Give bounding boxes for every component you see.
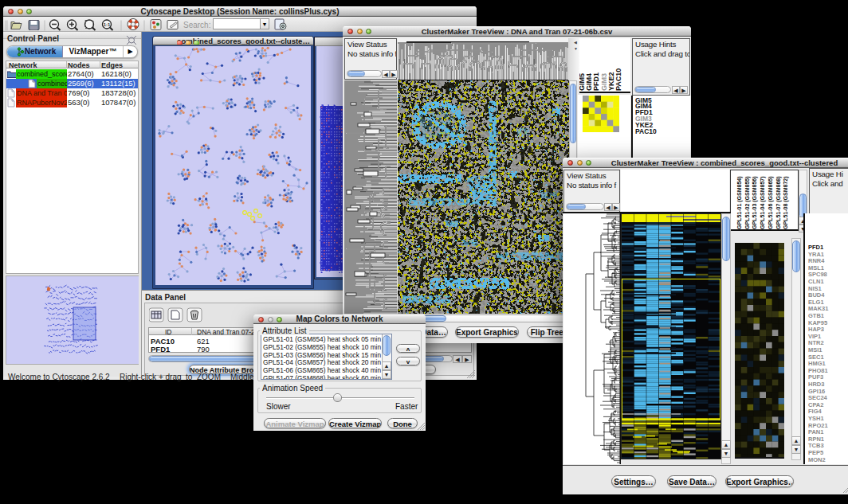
svg-text:GPL51-08 (GSM872): GPL51-08 (GSM872) xyxy=(783,176,789,229)
svg-text:GPL51-02 (GSM855): GPL51-02 (GSM855) xyxy=(744,176,751,229)
svg-text:PAC10: PAC10 xyxy=(614,68,622,91)
svg-text:1:1: 1:1 xyxy=(104,22,111,27)
svg-text:GPL51-04 (GSM857): GPL51-04 (GSM857) xyxy=(760,176,766,229)
svg-text:GPL51-01 (GSM854): GPL51-01 (GSM854) xyxy=(736,176,743,229)
svg-text:Search:: Search: xyxy=(183,21,210,29)
svg-text:GPL51-03 (GSM856): GPL51-03 (GSM856) xyxy=(752,176,758,229)
svg-text:GPL51-06 (GSM865): GPL51-06 (GSM865) xyxy=(768,176,774,229)
svg-text:GPL51-07 (GSM868): GPL51-07 (GSM868) xyxy=(775,176,782,229)
